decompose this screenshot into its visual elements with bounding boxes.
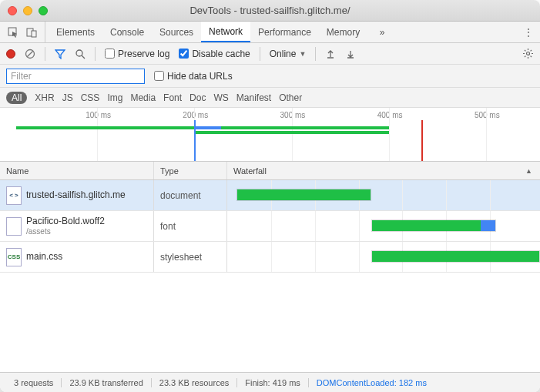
table-row[interactable]: < >trusted-sailfish.glitch.medocument [0,180,540,211]
waterfall-cell [227,242,540,272]
svg-point-7 [527,52,530,55]
status-finish: Finish: 419 ms [237,378,309,387]
upload-har-icon[interactable] [325,49,336,59]
type-filter-bar: AllXHRJSCSSImgMediaFontDocWSManifestOthe… [0,88,540,108]
request-name: Pacifico-Bold.woff2 [26,216,105,226]
type-filter-xhr[interactable]: XHR [35,92,54,103]
search-icon[interactable] [75,49,86,59]
window-title: DevTools - trusted-sailfish.glitch.me/ [0,5,540,16]
device-mode-icon[interactable] [26,27,37,38]
css-file-icon: CSS [6,248,22,266]
preserve-log-checkbox[interactable]: Preserve log [105,49,169,59]
tab-elements[interactable]: Elements [49,22,102,42]
timeline-tick: 400 ms [377,111,403,119]
col-waterfall[interactable]: Waterfall ▲ [227,162,540,179]
request-path: /assets [26,227,105,236]
status-requests: 3 requests [6,378,62,387]
tab-console[interactable]: Console [102,22,152,42]
svg-rect-2 [32,31,36,37]
filter-icon[interactable] [55,49,65,59]
dcl-line [194,120,196,161]
kebab-menu-icon[interactable]: ⋮ [522,27,535,38]
svg-line-6 [82,55,85,59]
tab-memory[interactable]: Memory [319,22,367,42]
download-har-icon[interactable] [345,49,356,59]
timeline-tick: 500 ms [475,111,500,119]
type-filter-doc[interactable]: Doc [190,92,206,103]
tab-network[interactable]: Network [201,22,250,42]
table-row[interactable]: CSSmain.cssstylesheet [0,242,540,273]
chevron-down-icon: ▼ [299,50,306,58]
waterfall-cell [227,211,540,241]
request-type: document [154,180,227,210]
tab-performance[interactable]: Performance [250,22,319,42]
clear-icon[interactable] [25,49,35,59]
document-file-icon: < > [6,186,22,205]
request-name: main.css [26,251,62,262]
col-type[interactable]: Type [154,162,227,179]
type-filter-media[interactable]: Media [130,92,156,103]
type-filter-all[interactable]: All [6,92,27,104]
timeline-overview[interactable]: 100 ms200 ms300 ms400 ms500 ms [0,108,540,162]
filter-bar: Hide data URLs [0,65,540,88]
request-name: trusted-sailfish.glitch.me [26,189,126,200]
timeline-tick: 300 ms [280,111,306,119]
timeline-tick: 100 ms [86,111,111,119]
throttling-value: Online [270,49,297,59]
hide-data-urls-label: Hide data URLs [167,71,233,82]
col-name[interactable]: Name [0,162,154,179]
devtools-window: DevTools - trusted-sailfish.glitch.me/ E… [0,0,540,392]
svg-line-4 [27,51,33,57]
disable-cache-label: Disable cache [192,49,250,59]
type-filter-font[interactable]: Font [163,92,182,103]
filter-input[interactable] [6,69,145,84]
file-icon [6,217,22,236]
gear-icon[interactable] [522,48,534,59]
status-dcl[interactable]: DOMContentLoaded: 182 ms [309,378,434,387]
request-type: font [154,211,227,241]
type-filter-manifest[interactable]: Manifest [236,92,271,103]
more-panels-icon[interactable]: » [375,27,389,38]
load-line [421,120,423,161]
type-filter-ws[interactable]: WS [213,92,228,103]
network-toolbar: Preserve log Disable cache Online ▼ [0,43,540,65]
type-filter-other[interactable]: Other [279,92,302,103]
panel-tabbar: ElementsConsoleSourcesNetworkPerformance… [0,22,540,43]
type-filter-js[interactable]: JS [62,92,73,103]
waterfall-cell [227,180,540,210]
tab-sources[interactable]: Sources [152,22,201,42]
inspect-element-icon[interactable] [8,27,18,38]
record-button[interactable] [6,49,15,59]
hide-data-urls-checkbox[interactable]: Hide data URLs [154,71,233,82]
timeline-tick: 200 ms [183,111,208,119]
request-type: stylesheet [154,242,227,272]
status-resources: 23.3 KB resources [152,378,238,387]
throttling-select[interactable]: Online ▼ [270,49,307,59]
disable-cache-checkbox[interactable]: Disable cache [179,49,250,59]
type-filter-img[interactable]: Img [107,92,122,103]
status-transferred: 23.9 KB transferred [62,378,151,387]
svg-point-5 [76,50,82,56]
requests-table: < >trusted-sailfish.glitch.medocumentPac… [0,180,540,372]
requests-table-header: Name Type Waterfall ▲ [0,162,540,180]
table-row[interactable]: Pacifico-Bold.woff2/assetsfont [0,211,540,242]
status-bar: 3 requests 23.9 KB transferred 23.3 KB r… [0,372,540,392]
sort-asc-icon: ▲ [525,167,532,175]
preserve-log-label: Preserve log [118,49,169,59]
type-filter-css[interactable]: CSS [81,92,100,103]
titlebar: DevTools - trusted-sailfish.glitch.me/ [0,0,540,22]
